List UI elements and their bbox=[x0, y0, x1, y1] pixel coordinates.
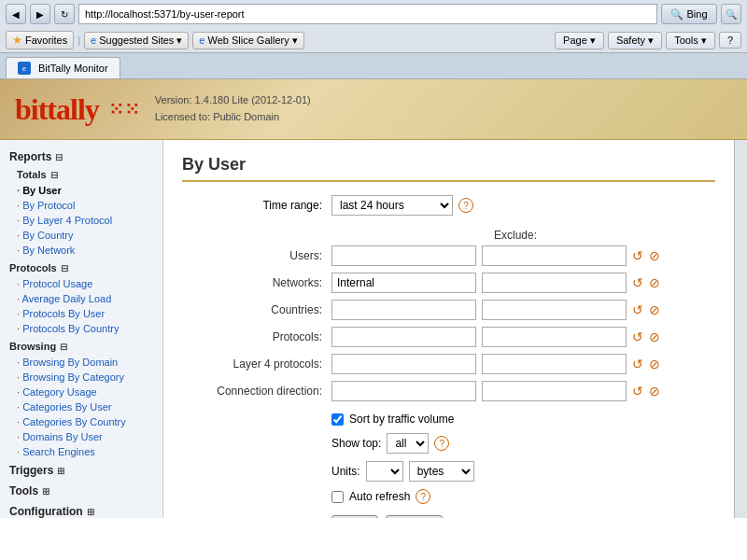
browsing-heading[interactable]: Browsing ⊟ bbox=[0, 338, 162, 355]
protocols-heading[interactable]: Protocols ⊟ bbox=[0, 259, 162, 276]
connection-clear-icon[interactable]: ↺ bbox=[632, 384, 643, 399]
sidebar-item-protocols-by-country[interactable]: Protocols By Country bbox=[0, 321, 162, 336]
sort-checkbox[interactable] bbox=[331, 413, 344, 426]
page-menu-button[interactable]: Page ▾ bbox=[555, 32, 604, 49]
sidebar-item-search-engines[interactable]: Search Engines bbox=[0, 444, 162, 459]
protocols-expand-icon: ⊟ bbox=[61, 263, 68, 273]
browser-tab[interactable]: e BitTally Monitor bbox=[6, 57, 120, 78]
users-label: Users: bbox=[182, 249, 331, 262]
action-buttons-row: Go Reset bbox=[331, 515, 715, 518]
back-button[interactable]: ◀ bbox=[6, 4, 26, 24]
refresh-button[interactable]: ↻ bbox=[54, 4, 75, 24]
autorefresh-checkbox[interactable] bbox=[331, 491, 344, 503]
exclude-header-row: Exclude: bbox=[182, 229, 715, 242]
tools-menu-button[interactable]: Tools ▾ bbox=[666, 32, 715, 49]
reports-expand-icon: ⊟ bbox=[55, 152, 63, 162]
networks-help-icon[interactable]: ⊘ bbox=[649, 275, 660, 290]
totals-heading[interactable]: Totals ⊟ bbox=[0, 166, 162, 183]
sort-label: Sort by traffic volume bbox=[349, 413, 455, 426]
users-include-input[interactable] bbox=[331, 245, 476, 266]
time-range-select[interactable]: last 24 hours last 1 hour last 2 hours l… bbox=[331, 195, 453, 216]
show-top-help-icon[interactable]: ? bbox=[434, 436, 449, 451]
countries-include-input[interactable] bbox=[331, 300, 476, 320]
countries-clear-icon[interactable]: ↺ bbox=[632, 302, 643, 317]
sidebar-item-category-usage[interactable]: Category Usage bbox=[0, 385, 162, 399]
favorites-button[interactable]: ★ Favorites bbox=[6, 31, 74, 49]
content-area: By User Time range: last 24 hours last 1… bbox=[163, 140, 734, 518]
triggers-heading[interactable]: Triggers ⊞ bbox=[0, 461, 162, 480]
networks-inputs: ↺ ⊘ bbox=[331, 273, 660, 293]
help-menu-button[interactable]: ? bbox=[719, 32, 741, 49]
autorefresh-row: Auto refresh ? bbox=[331, 489, 715, 504]
connection-inputs: ↺ ⊘ bbox=[331, 381, 660, 401]
sidebar-item-by-layer4[interactable]: By Layer 4 Protocol bbox=[0, 213, 162, 228]
show-top-select[interactable]: all 5 10 20 50 100 bbox=[387, 433, 429, 454]
logo-area: bittally ⁙⁙ bbox=[15, 92, 140, 127]
tools-expand-icon: ⊞ bbox=[42, 486, 49, 497]
exclude-label: Exclude: bbox=[494, 229, 537, 242]
sidebar-item-browsing-by-category[interactable]: Browsing By Category bbox=[0, 370, 162, 385]
forward-button[interactable]: ▶ bbox=[30, 4, 50, 24]
reports-heading[interactable]: Reports ⊟ bbox=[0, 147, 162, 166]
search-button[interactable]: 🔍 Bing bbox=[661, 4, 717, 24]
address-bar[interactable] bbox=[78, 4, 657, 24]
connection-include-input[interactable] bbox=[331, 381, 476, 401]
users-exclude-input[interactable] bbox=[482, 245, 627, 266]
layer4-exclude-input[interactable] bbox=[482, 354, 627, 374]
sidebar-item-by-protocol[interactable]: By Protocol bbox=[0, 198, 162, 213]
protocols-clear-icon[interactable]: ↺ bbox=[632, 329, 643, 344]
go-button[interactable]: Go bbox=[331, 515, 378, 518]
units-select-right[interactable]: bytes bits KB MB GB bbox=[409, 461, 474, 482]
protocols-help-icon[interactable]: ⊘ bbox=[649, 329, 660, 344]
layer4-include-input[interactable] bbox=[331, 354, 476, 374]
sidebar-item-categories-by-user[interactable]: Categories By User bbox=[0, 399, 162, 414]
autorefresh-help-icon[interactable]: ? bbox=[416, 489, 430, 504]
web-slice-button[interactable]: e Web Slice Gallery ▾ bbox=[192, 32, 303, 49]
dropdown-arrow2-icon: ▾ bbox=[292, 35, 298, 47]
countries-exclude-input[interactable] bbox=[482, 300, 627, 320]
sidebar-item-protocols-by-user[interactable]: Protocols By User bbox=[0, 306, 162, 321]
units-label: Units: bbox=[331, 465, 360, 478]
sidebar-item-avg-daily-load[interactable]: Average Daily Load bbox=[0, 291, 162, 306]
star-icon: ★ bbox=[12, 34, 22, 47]
time-range-help-icon[interactable]: ? bbox=[458, 198, 473, 213]
configuration-section: Configuration ⊞ bbox=[0, 502, 162, 518]
configuration-heading[interactable]: Configuration ⊞ bbox=[0, 502, 162, 518]
sidebar-item-by-user[interactable]: By User bbox=[0, 183, 162, 198]
sidebar-item-domains-by-user[interactable]: Domains By User bbox=[0, 429, 162, 444]
users-help-icon[interactable]: ⊘ bbox=[649, 248, 660, 263]
show-top-row: Show top: all 5 10 20 50 100 ? bbox=[331, 433, 715, 454]
tools-heading[interactable]: Tools ⊞ bbox=[0, 482, 162, 500]
app-header: bittally ⁙⁙ Version: 1.4.180 Lite (2012-… bbox=[0, 79, 747, 140]
users-row: Users: ↺ ⊘ bbox=[182, 245, 715, 266]
zoom-button[interactable]: 🔍 bbox=[721, 4, 741, 24]
configuration-expand-icon: ⊞ bbox=[87, 507, 94, 517]
layer4-clear-icon[interactable]: ↺ bbox=[632, 357, 643, 371]
safety-menu-button[interactable]: Safety ▾ bbox=[608, 32, 662, 49]
time-range-row: Time range: last 24 hours last 1 hour la… bbox=[182, 195, 715, 216]
connection-exclude-input[interactable] bbox=[482, 381, 627, 401]
layer4-help-icon[interactable]: ⊘ bbox=[649, 357, 660, 371]
protocols-exclude-input[interactable] bbox=[482, 327, 627, 347]
logo-text: bittally bbox=[15, 92, 99, 127]
networks-exclude-input[interactable] bbox=[482, 273, 627, 293]
sidebar-item-browsing-by-domain[interactable]: Browsing By Domain bbox=[0, 355, 162, 370]
scrollbar[interactable] bbox=[734, 140, 747, 518]
countries-inputs: ↺ ⊘ bbox=[331, 300, 660, 320]
reset-button[interactable]: Reset bbox=[386, 515, 443, 518]
connection-help-icon[interactable]: ⊘ bbox=[649, 384, 660, 399]
networks-include-input[interactable] bbox=[331, 273, 476, 293]
sidebar-item-by-country[interactable]: By Country bbox=[0, 228, 162, 243]
sidebar-item-by-network[interactable]: By Network bbox=[0, 243, 162, 258]
sidebar-item-protocol-usage[interactable]: Protocol Usage bbox=[0, 276, 162, 291]
suggested-sites-button[interactable]: e Suggested Sites ▾ bbox=[84, 32, 189, 49]
users-clear-icon[interactable]: ↺ bbox=[632, 248, 643, 263]
units-select-left[interactable] bbox=[366, 461, 403, 482]
countries-help-icon[interactable]: ⊘ bbox=[649, 302, 660, 317]
ie-icon2: e bbox=[199, 35, 204, 46]
networks-clear-icon[interactable]: ↺ bbox=[632, 275, 643, 290]
ie-icon: e bbox=[91, 35, 96, 46]
totals-expand-icon: ⊟ bbox=[50, 170, 58, 180]
protocols-include-input[interactable] bbox=[331, 327, 476, 347]
sidebar-item-categories-by-country[interactable]: Categories By Country bbox=[0, 414, 162, 429]
